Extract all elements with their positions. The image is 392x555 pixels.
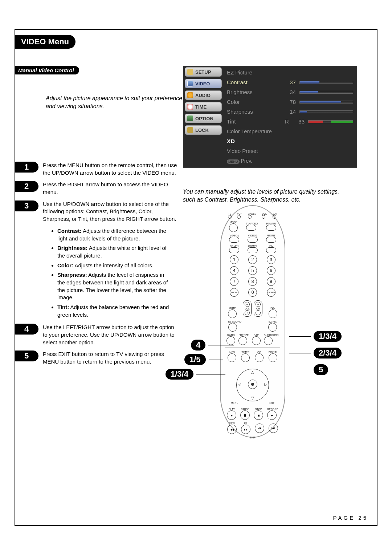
dpad: △ ▽ ◁ ▷ MENU EXIT	[227, 365, 278, 405]
osd-brightness[interactable]: Brightness34	[225, 87, 355, 97]
pause-button[interactable]: ⏸	[240, 410, 250, 420]
arrow-down-icon[interactable]: ▽	[251, 396, 254, 400]
slider[interactable]	[308, 120, 353, 123]
mode-button[interactable]	[229, 223, 238, 232]
osd-contrast[interactable]: Contrast37	[225, 77, 355, 87]
osd-tab-lock[interactable]: LOCK	[185, 125, 222, 135]
video1-button[interactable]	[229, 237, 239, 243]
slider[interactable]	[299, 110, 353, 113]
power-button[interactable]	[266, 225, 276, 231]
led-icon	[248, 215, 252, 219]
key-3[interactable]: 3	[267, 255, 275, 264]
osd-color[interactable]: Color78	[225, 97, 355, 107]
callout-5-right: 5	[289, 364, 328, 375]
step-number: 5	[15, 351, 38, 361]
play-button[interactable]: ▸	[227, 410, 236, 420]
ezpic-button[interactable]	[268, 323, 277, 332]
info-button[interactable]	[228, 353, 236, 362]
ch-rocker[interactable]: +CH−	[254, 300, 262, 317]
led-icon	[228, 215, 232, 219]
led-icon	[237, 215, 241, 219]
slider[interactable]	[299, 81, 353, 84]
skip-next-button[interactable]: ⏭	[269, 424, 278, 433]
manual-page: VIDEO Menu Manual Video Control 1 Press …	[15, 29, 377, 526]
skip-prev-button[interactable]: ⏮	[255, 424, 264, 433]
tvvideo-button[interactable]	[246, 225, 256, 231]
section-heading: Manual Video Control	[15, 66, 79, 74]
front-button[interactable]	[266, 237, 276, 243]
step-number: 3	[15, 200, 38, 211]
flashbk-button[interactable]: FLASHBK	[267, 288, 275, 297]
key-7[interactable]: 7	[230, 277, 238, 286]
osd-prev[interactable]: MENUPrev.	[225, 156, 355, 166]
arrow-left-icon[interactable]: ◁	[238, 382, 241, 386]
callout-4-left: 4	[191, 340, 234, 351]
comp2-button[interactable]	[248, 247, 258, 253]
osd-body: EZ Picture Contrast37 Brightness34 Color…	[223, 66, 357, 167]
enter-button[interactable]	[248, 380, 257, 389]
step-text: Use the UP/DOWN arrow button to select o…	[43, 200, 180, 223]
step-text: Use the LEFT/RIGHT arrow button to adjus…	[43, 324, 180, 346]
osd-color-temperature[interactable]: Color Temperature	[225, 126, 355, 136]
vol-rocker[interactable]: −VOL+	[243, 300, 252, 317]
callout-15-left: 1/5	[184, 354, 223, 365]
arrow-up-icon[interactable]: △	[251, 370, 254, 374]
key-1[interactable]: 1	[230, 255, 238, 264]
tag-icon	[187, 116, 193, 121]
osd-sharpness[interactable]: Sharpness14	[225, 107, 355, 117]
osd-tint[interactable]: TintR33	[225, 117, 355, 126]
ezsound-button[interactable]	[228, 323, 237, 332]
key-8[interactable]: 8	[248, 277, 257, 286]
step-number: 1	[15, 162, 38, 173]
key-6[interactable]: 6	[267, 266, 275, 275]
osd-tabs: SETUP VIDEO AUDIO TIME OPTION LOCK	[183, 66, 223, 167]
cc-button[interactable]	[255, 353, 264, 362]
wrench-icon	[187, 69, 193, 75]
fav-button[interactable]	[269, 309, 277, 318]
osd-caption: You can manually adjust the levels of pi…	[183, 188, 343, 203]
stop-button[interactable]: ■	[254, 410, 263, 420]
freeze-button[interactable]	[238, 336, 247, 345]
step-4: 4 Use the LEFT/RIGHT arrow button to adj…	[24, 324, 180, 346]
osd-video-preset[interactable]: Video Preset	[225, 146, 355, 156]
exit-button[interactable]: EXIT	[269, 402, 274, 404]
video2-button[interactable]	[248, 237, 258, 243]
osd-tab-setup[interactable]: SETUP	[185, 67, 222, 77]
key-2[interactable]: 2	[248, 255, 257, 264]
ff-button[interactable]: ▸▸	[241, 425, 250, 434]
arrow-right-icon[interactable]: ▷	[264, 382, 267, 386]
hdmi-button[interactable]	[266, 247, 276, 253]
mute-button[interactable]	[228, 309, 237, 318]
step-text: Press EXIT button to return to TV viewin…	[43, 351, 180, 365]
record-button[interactable]: ●	[267, 410, 277, 420]
osd-xd[interactable]: XD	[225, 136, 355, 146]
callout-134-right-top: 1/3/4	[289, 331, 342, 342]
timer-button[interactable]	[241, 353, 250, 362]
step-text: Press the RIGHT arrow button to access t…	[43, 181, 180, 196]
callout-134-left-bottom: 1/3/4	[166, 369, 225, 380]
step-text: Press the MENU button on the remote cont…	[43, 162, 180, 177]
osd-tab-video[interactable]: VIDEO	[185, 79, 222, 88]
rew-button[interactable]: ◂◂	[227, 425, 237, 434]
page-number: PAGE 25	[333, 515, 368, 521]
key-9[interactable]: 9	[267, 277, 275, 286]
step-5: 5 Press EXIT button to return to TV view…	[24, 351, 180, 365]
dash-button[interactable]: DASH	[230, 288, 238, 297]
slider[interactable]	[299, 101, 353, 104]
slider[interactable]	[299, 91, 353, 94]
osd-tab-option[interactable]: OPTION	[185, 114, 222, 123]
key-4[interactable]: 4	[230, 266, 238, 275]
osd-tab-audio[interactable]: AUDIO	[185, 90, 222, 100]
comp1-button[interactable]	[229, 247, 239, 253]
sap-button[interactable]	[252, 336, 261, 345]
step-number: 2	[15, 181, 38, 192]
key-5[interactable]: 5	[248, 266, 257, 275]
osd-tab-time[interactable]: TIME	[185, 102, 222, 112]
bullet-brightness: Brightness: Adjusts the white or light l…	[57, 244, 180, 259]
surround-button[interactable]	[264, 336, 273, 345]
key-0[interactable]: 0	[248, 288, 257, 297]
signal-button[interactable]	[269, 353, 277, 362]
menu-button[interactable]: MENU	[231, 402, 238, 404]
screen-icon	[187, 81, 193, 86]
osd-ez-picture[interactable]: EZ Picture	[225, 68, 355, 77]
